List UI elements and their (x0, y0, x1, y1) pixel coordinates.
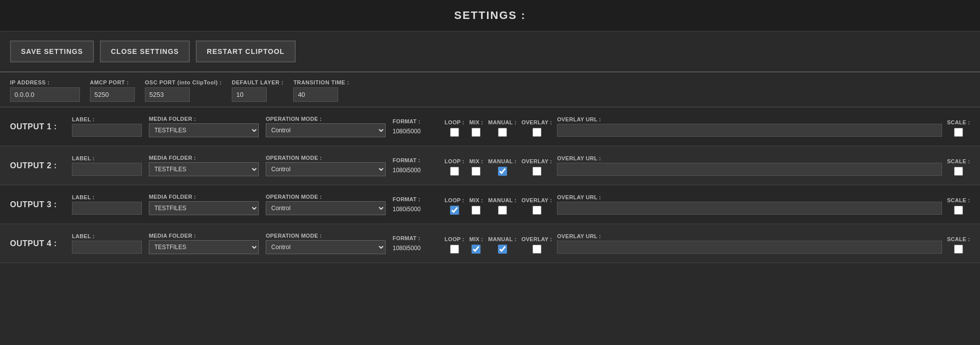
output-2-loop-label: LOOP : (445, 158, 465, 164)
osc-port-input[interactable] (145, 87, 190, 102)
output-row-1: OUTPUT 1 : LABEL : MEDIA FOLDER : TESTFI… (0, 107, 980, 146)
output-4-operation-mode-sublabel: OPERATION MODE : (266, 233, 386, 239)
output-4-overlay-url-input[interactable] (557, 241, 942, 254)
output-3-mix-label: MIX : (470, 197, 484, 203)
output-4-media-folder-sublabel: MEDIA FOLDER : (149, 233, 259, 239)
output-4-loop-checkbox[interactable] (450, 245, 459, 254)
output-1-media-folder-sublabel: MEDIA FOLDER : (149, 116, 259, 122)
restart-cliptool-button[interactable]: RESTART CLIPTOOL (196, 40, 295, 62)
output-4-loop-label: LOOP : (445, 236, 465, 242)
output-2-format-value: 1080i5000 (393, 167, 438, 174)
save-settings-button[interactable]: SAVE SETTINGS (10, 40, 94, 62)
output-2-label-input[interactable] (72, 163, 142, 176)
output-4-overlay-url-sublabel: OVERLAY URL : (557, 233, 942, 239)
output-3-label-input[interactable] (72, 202, 142, 215)
settings-header: SETTINGS : (0, 0, 980, 31)
output-2-mix-group: MIX : (470, 158, 484, 176)
output-4-mix-label: MIX : (470, 236, 484, 242)
amcp-port-input[interactable] (90, 87, 135, 102)
output-3-media-folder-sublabel: MEDIA FOLDER : (149, 194, 259, 200)
output-3-operation-mode-select[interactable]: Control (266, 201, 386, 215)
output-4-loop-group: LOOP : (445, 236, 465, 254)
transition-time-label: TRANSITION TIME : (293, 79, 349, 85)
output-3-manual-checkbox[interactable] (498, 206, 507, 215)
output-1-operation-mode-select[interactable]: Control (266, 123, 386, 137)
output-3-format-group: FORMAT : 1080i5000 (393, 196, 438, 213)
output-2-overlay-label: OVERLAY : (521, 158, 552, 164)
output-3-checkboxes: LOOP : MIX : MANUAL : OVERLAY : OVERLAY … (445, 194, 970, 215)
output-2-loop-checkbox[interactable] (450, 167, 459, 176)
output-3-mix-checkbox[interactable] (472, 206, 481, 215)
output-1-manual-label: MANUAL : (488, 119, 516, 125)
output-1-media-folder-select[interactable]: TESTFILES (149, 123, 259, 137)
output-1-label-group: LABEL : (72, 116, 142, 137)
output-3-loop-label: LOOP : (445, 197, 465, 203)
output-2-mix-checkbox[interactable] (472, 167, 481, 176)
output-1-checkboxes: LOOP : MIX : MANUAL : OVERLAY : OVERLAY … (445, 116, 970, 137)
default-layer-input[interactable] (232, 87, 267, 102)
output-1-label-input[interactable] (72, 124, 142, 137)
output-3-overlay-url-sublabel: OVERLAY URL : (557, 194, 942, 200)
output-3-scale-checkbox[interactable] (954, 206, 963, 215)
output-2-manual-label: MANUAL : (488, 158, 516, 164)
global-settings: IP ADDRESS : AMCP PORT : OSC PORT (into … (0, 72, 980, 107)
output-2-label-group: LABEL : (72, 155, 142, 176)
output-4-mix-group: MIX : (470, 236, 484, 254)
output-2-operation-mode-select[interactable]: Control (266, 162, 386, 176)
output-3-overlay-url-input[interactable] (557, 202, 942, 215)
output-1-media-folder-group: MEDIA FOLDER : TESTFILES (149, 116, 259, 137)
output-1-mix-checkbox[interactable] (472, 128, 481, 137)
ip-address-input[interactable] (10, 87, 80, 102)
output-4-format-value: 1080i5000 (393, 245, 438, 252)
output-4-overlay-url-group: OVERLAY URL : (557, 233, 942, 254)
default-layer-label: DEFAULT LAYER : (232, 79, 283, 85)
output-1-manual-checkbox[interactable] (498, 128, 507, 137)
output-2-scale-label: SCALE : (947, 158, 970, 164)
output-2-scale-checkbox[interactable] (954, 167, 963, 176)
output-4-media-folder-select[interactable]: TESTFILES (149, 240, 259, 254)
output-4-manual-group: MANUAL : (488, 236, 516, 254)
output-2-media-folder-select[interactable]: TESTFILES (149, 162, 259, 176)
output-3-overlay-url-group: OVERLAY URL : (557, 194, 942, 215)
output-1-loop-checkbox[interactable] (450, 128, 459, 137)
output-4-label-input[interactable] (72, 241, 142, 254)
output-2-overlay-url-input[interactable] (557, 163, 942, 176)
output-4-operation-mode-select[interactable]: Control (266, 240, 386, 254)
output-4-label-group: LABEL : (72, 233, 142, 254)
output-2-overlay-url-group: OVERLAY URL : (557, 155, 942, 176)
output-row-2: OUTPUT 2 : LABEL : MEDIA FOLDER : TESTFI… (0, 146, 980, 185)
output-3-loop-checkbox[interactable] (450, 206, 459, 215)
output-1-manual-group: MANUAL : (488, 119, 516, 137)
output-3-media-folder-select[interactable]: TESTFILES (149, 201, 259, 215)
output-4-mix-checkbox[interactable] (472, 245, 481, 254)
output-1-overlay-label: OVERLAY : (521, 119, 552, 125)
output-4-media-folder-group: MEDIA FOLDER : TESTFILES (149, 233, 259, 254)
output-3-overlay-checkbox[interactable] (532, 206, 541, 215)
close-settings-button[interactable]: CLOSE SETTINGS (100, 40, 190, 62)
output-4-manual-checkbox[interactable] (498, 245, 507, 254)
output-4-scale-group: SCALE : (947, 236, 970, 254)
amcp-port-group: AMCP PORT : (90, 79, 135, 102)
output-1-operation-mode-sublabel: OPERATION MODE : (266, 116, 386, 122)
output-1-scale-checkbox[interactable] (954, 128, 963, 137)
output-3-overlay-group: OVERLAY : (521, 197, 552, 215)
output-4-overlay-checkbox[interactable] (532, 245, 541, 254)
output-4-overlay-group: OVERLAY : (521, 236, 552, 254)
output-2-overlay-group: OVERLAY : (521, 158, 552, 176)
output-4-scale-checkbox[interactable] (954, 245, 963, 254)
outputs-section: OUTPUT 1 : LABEL : MEDIA FOLDER : TESTFI… (0, 107, 980, 263)
output-2-label-sublabel: LABEL : (72, 155, 142, 161)
output-1-label: OUTPUT 1 : (10, 122, 65, 131)
output-1-scale-group: SCALE : (947, 119, 970, 137)
output-1-overlay-url-sublabel: OVERLAY URL : (557, 116, 942, 122)
output-4-format-sublabel: FORMAT : (393, 235, 438, 241)
output-4-operation-mode-group: OPERATION MODE : Control (266, 233, 386, 254)
transition-time-input[interactable] (293, 87, 338, 102)
output-3-operation-mode-group: OPERATION MODE : Control (266, 194, 386, 215)
output-2-scale-group: SCALE : (947, 158, 970, 176)
output-4-manual-label: MANUAL : (488, 236, 516, 242)
output-2-manual-checkbox[interactable] (498, 167, 507, 176)
output-1-overlay-checkbox[interactable] (532, 128, 541, 137)
output-2-overlay-checkbox[interactable] (532, 167, 541, 176)
output-1-overlay-url-input[interactable] (557, 124, 942, 137)
